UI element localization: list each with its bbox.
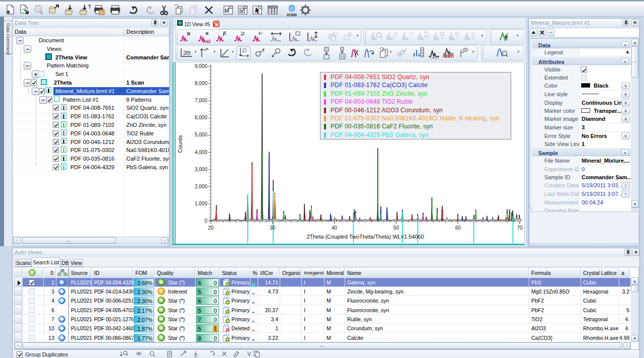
svg-text:6,000: 6,000 [195,115,207,120]
svg-text:8,000: 8,000 [195,81,207,86]
svg-text:5,000: 5,000 [195,132,207,137]
svg-text:9,000: 9,000 [195,63,207,69]
svg-text:40: 40 [332,225,338,231]
svg-text:F: F [223,31,226,37]
svg-text:Ka2: Ka2 [203,39,210,43]
svg-text:2Theta (Coupled TwoTheta/Theta: 2Theta (Coupled TwoTheta/Theta) WL=1.540… [306,234,424,240]
svg-text:3,000: 3,000 [195,167,207,172]
svg-text:70: 70 [517,225,523,231]
svg-text:ICDD: ICDD [287,13,297,17]
svg-text:Kß: Kß [424,34,429,38]
svg-text:30: 30 [270,225,276,231]
svg-text:2,000: 2,000 [195,184,207,189]
svg-text:Counts: Counts [177,135,183,153]
svg-text:50: 50 [393,225,399,231]
svg-text:2Θ: 2Θ [183,50,191,56]
svg-text:?: ? [88,4,91,10]
svg-text:20: 20 [208,225,214,231]
svg-text:0: 0 [204,218,207,224]
svg-text:d: d [393,35,395,39]
svg-text:60: 60 [455,225,461,231]
svg-text:1,000: 1,000 [195,201,207,206]
svg-text:7,000: 7,000 [195,98,207,103]
svg-text:4,000: 4,000 [195,150,207,155]
